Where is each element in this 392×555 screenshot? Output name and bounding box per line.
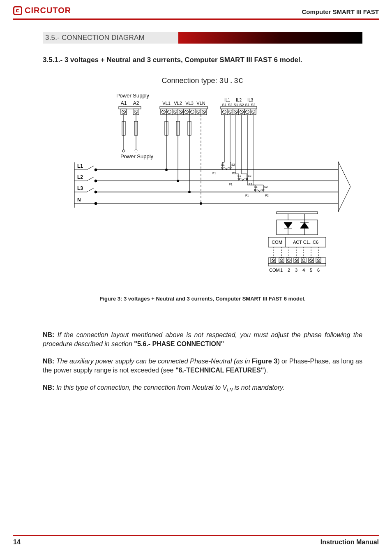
label-power-supply-top: Power Supply — [116, 92, 150, 99]
svg-rect-8 — [119, 106, 141, 109]
section-heading-bar: 3.5.- CONNECTION DIAGRAM — [43, 32, 362, 44]
label-vl1: VL1 — [162, 101, 171, 106]
section-heading: 3.5.- CONNECTION DIAGRAM — [43, 32, 178, 44]
label-a1: A1 — [121, 100, 127, 106]
connection-type-line: Connection type: 3U.3C — [43, 76, 362, 85]
note-2-body: The auxiliary power supply can be connec… — [54, 358, 251, 365]
svg-rect-93 — [268, 264, 326, 266]
label-il3: IL3 — [247, 98, 253, 102]
label-out-com: COM — [269, 268, 280, 273]
note-3: NB: In this type of connection, the conn… — [43, 383, 362, 393]
ct1-s1: S1 — [221, 163, 225, 166]
note-3-lead: NB: — [43, 384, 54, 391]
label-power-supply-bottom: Power Supply — [120, 153, 154, 160]
svg-line-36 — [87, 188, 94, 192]
ct2-p1: P1 — [229, 183, 233, 186]
label-act-box: ACT C1...C6 — [293, 240, 318, 245]
document-title: Computer SMART III FAST — [302, 8, 379, 15]
note-2-lead: NB: — [43, 358, 54, 365]
note-3-body-a: In this type of connection, the connecti… — [54, 384, 227, 391]
ct3-p1: P1 — [245, 194, 249, 197]
header-bar: CIRCUTOR Computer SMART III FAST — [13, 6, 379, 18]
label-l3: L3 — [77, 185, 83, 191]
label-l1: L1 — [77, 163, 83, 169]
label-il1: IL1 — [224, 98, 230, 102]
svg-marker-44 — [338, 162, 350, 212]
svg-rect-10 — [221, 106, 257, 109]
ct2-s1: S1 — [238, 174, 241, 177]
ct2-s2: S2 — [248, 174, 251, 177]
ct3-p2: P2 — [265, 194, 269, 197]
subsection-heading: 3.5.1.- 3 voltages + Neutral and 3 curre… — [43, 56, 362, 64]
label-vl2: VL2 — [174, 101, 182, 106]
label-n: N — [77, 197, 81, 203]
note-2-fig: Figure 3 — [252, 358, 277, 365]
label-a2: A2 — [133, 100, 139, 106]
svg-point-15 — [122, 150, 125, 152]
note-1-lead: NB: — [43, 331, 54, 338]
label-l2: L2 — [77, 174, 83, 180]
note-2: NB: The auxiliary power supply can be co… — [43, 357, 362, 375]
brand-logo: CIRCUTOR — [13, 6, 71, 15]
svg-rect-9 — [160, 106, 208, 109]
brand-icon — [13, 6, 22, 15]
ct1-p2: P2 — [232, 172, 236, 175]
footer-rule — [13, 535, 379, 536]
note-2-tail2: ). — [264, 367, 268, 374]
svg-rect-73 — [277, 220, 318, 235]
ct1-p1: P1 — [212, 172, 216, 175]
label-out-3: 3 — [295, 268, 297, 273]
svg-rect-72 — [277, 212, 318, 214]
label-il2: IL2 — [236, 98, 242, 102]
note-1: NB: If the connection layout mentioned a… — [43, 331, 362, 349]
label-out-5: 5 — [310, 268, 312, 273]
connection-type-value: 3U.3C — [219, 77, 244, 85]
connection-type-label: Connection type: — [161, 76, 219, 85]
section-heading-gradient — [178, 32, 362, 44]
footer-label: Instruction Manual — [321, 539, 379, 546]
label-vl3: VL3 — [185, 101, 194, 106]
page-footer: 14 Instruction Manual — [0, 535, 392, 546]
note-1-ref: "5.6.- PHASE CONNECTION" — [134, 340, 224, 347]
label-out-1: 1 — [280, 268, 283, 273]
ct2-p2: P2 — [249, 183, 252, 186]
ct1-s2: S2 — [231, 163, 235, 166]
label-vln: VLN — [196, 101, 205, 106]
note-2-ref: "6.-TECHNICAL FEATURES" — [175, 367, 264, 374]
connection-diagram: Power Supply A1 A2 VL1 VL2 VL3 VLN IL1 I… — [55, 92, 350, 290]
label-out-2: 2 — [288, 268, 290, 273]
figure-caption: Figure 3: 3 voltages + Neutral and 3 cur… — [43, 296, 362, 302]
note-3-sub: LN — [227, 388, 233, 393]
svg-point-16 — [135, 150, 137, 152]
ct3-s1: S1 — [254, 185, 258, 188]
label-out-6: 6 — [317, 268, 320, 273]
note-3-body-b: is not mandatory. — [233, 384, 284, 391]
page-number: 14 — [13, 539, 21, 546]
diagram-container: Power Supply A1 A2 VL1 VL2 VL3 VLN IL1 I… — [43, 92, 362, 290]
svg-line-30 — [87, 166, 94, 170]
brand-text: CIRCUTOR — [25, 6, 71, 15]
svg-line-33 — [87, 177, 94, 181]
label-out-4: 4 — [302, 268, 305, 273]
label-com-box: COM — [272, 240, 282, 245]
ct3-s2: S2 — [264, 185, 268, 188]
